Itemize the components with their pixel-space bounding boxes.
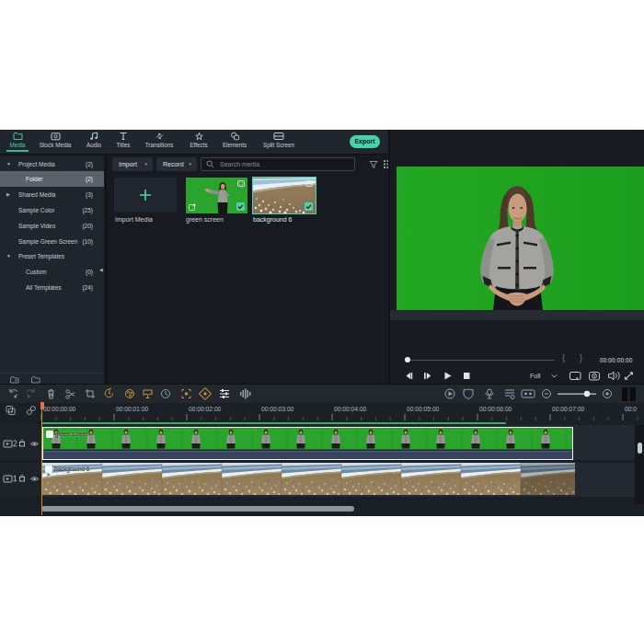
svg-text:00:00:05:00: 00:00:05:00	[407, 406, 440, 412]
svg-text:00:00:04:00: 00:00:04:00	[334, 406, 367, 412]
svg-text:Full: Full	[530, 373, 541, 379]
svg-text:00:00:00:00: 00:00:00:00	[43, 406, 76, 412]
svg-text:00:00:06:00: 00:00:06:00	[479, 406, 512, 412]
svg-text:00:00:01:00: 00:00:01:00	[116, 406, 149, 412]
svg-text:00:00:07:00: 00:00:07:00	[552, 406, 585, 412]
svg-text:00:0: 00:0	[625, 406, 637, 412]
svg-text:00:00:02:00: 00:00:02:00	[189, 406, 222, 412]
svg-text:00:00:03:00: 00:00:03:00	[261, 406, 294, 412]
